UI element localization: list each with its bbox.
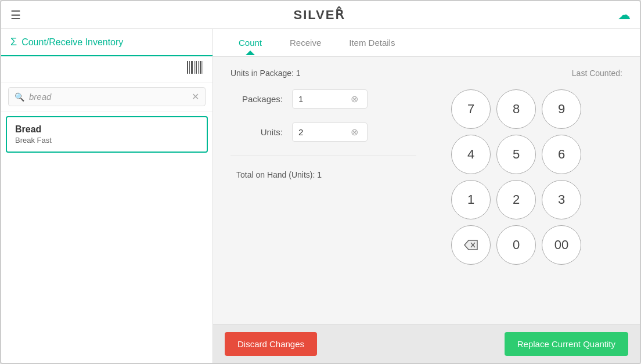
svg-rect-1 [189, 61, 190, 74]
content-area: Units in Package: 1 Last Counted: Packag… [213, 57, 640, 325]
numpad: 7 8 9 4 5 6 1 2 3 [451, 89, 581, 265]
svg-rect-0 [187, 61, 188, 74]
tab-item-details[interactable]: Item Details [335, 31, 409, 55]
cloud-icon: ☁ [618, 8, 631, 23]
numpad-3[interactable]: 3 [542, 180, 581, 219]
item-name: Bread [15, 124, 199, 135]
left-panel: Σ Count/Receive Inventory [1, 29, 213, 363]
menu-icon[interactable]: ☰ [10, 8, 21, 22]
numpad-8[interactable]: 8 [496, 89, 536, 129]
content-header: Units in Package: 1 Last Counted: [231, 69, 622, 78]
search-area: 🔍 ✕ [1, 82, 213, 111]
svg-rect-4 [196, 61, 197, 74]
barcode-icon[interactable] [187, 61, 203, 77]
form-fields: Packages: ⊗ Units: ⊗ [231, 89, 416, 179]
svg-rect-6 [200, 61, 201, 74]
topbar: ☰ SILVER̂ ☁ [1, 1, 640, 29]
packages-label: Packages: [231, 94, 283, 104]
numpad-backspace[interactable] [451, 225, 491, 265]
numpad-0[interactable]: 0 [496, 225, 536, 265]
bottom-bar: Discard Changes Replace Current Quantity [213, 325, 640, 363]
total-on-hand: Total on Hand (Units): 1 [231, 170, 416, 179]
svg-rect-3 [194, 61, 195, 74]
search-icon: 🔍 [15, 92, 24, 102]
packages-input-wrap: ⊗ [292, 89, 368, 109]
units-input[interactable] [298, 127, 351, 137]
packages-input[interactable] [298, 94, 351, 104]
last-counted: Last Counted: [572, 69, 622, 78]
left-panel-header: Σ Count/Receive Inventory [1, 29, 213, 56]
numpad-5[interactable]: 5 [496, 135, 536, 174]
units-input-wrap: ⊗ [292, 122, 368, 142]
numpad-00[interactable]: 00 [542, 225, 581, 265]
search-box: 🔍 ✕ [8, 87, 206, 106]
left-panel-title: Count/Receive Inventory [21, 37, 123, 48]
barcode-area[interactable] [1, 56, 213, 82]
item-subtitle: Break Fast [15, 136, 199, 145]
numpad-2[interactable]: 2 [496, 180, 536, 219]
list-item[interactable]: Bread Break Fast [6, 116, 208, 153]
svg-rect-7 [203, 61, 203, 74]
app-title: SILVER̂ [294, 8, 345, 23]
svg-rect-5 [198, 61, 199, 74]
packages-row: Packages: ⊗ [231, 89, 416, 109]
search-clear-icon[interactable]: ✕ [192, 91, 199, 102]
svg-rect-2 [191, 61, 193, 74]
numpad-9[interactable]: 9 [542, 89, 581, 129]
discard-changes-button[interactable]: Discard Changes [225, 332, 317, 356]
units-in-package: Units in Package: 1 [231, 69, 301, 78]
form-grid: Packages: ⊗ Units: ⊗ [231, 89, 622, 265]
tab-count[interactable]: Count [225, 31, 276, 55]
units-row: Units: ⊗ [231, 122, 416, 142]
units-label: Units: [231, 127, 283, 137]
right-panel: Count Receive Item Details Units in Pack… [213, 29, 640, 363]
packages-clear-icon[interactable]: ⊗ [351, 93, 358, 104]
search-input[interactable] [29, 92, 192, 102]
numpad-6[interactable]: 6 [542, 135, 581, 174]
numpad-7[interactable]: 7 [451, 89, 491, 129]
numpad-1[interactable]: 1 [451, 180, 491, 219]
main-screen: ☰ SILVER̂ ☁ Σ Count/Receive Inventory [0, 0, 641, 364]
units-clear-icon[interactable]: ⊗ [351, 127, 358, 138]
main-layout: Σ Count/Receive Inventory [1, 29, 640, 363]
sigma-icon: Σ [10, 36, 17, 48]
numpad-4[interactable]: 4 [451, 135, 491, 174]
tabs-bar: Count Receive Item Details [213, 29, 640, 57]
replace-quantity-button[interactable]: Replace Current Quantity [505, 332, 628, 356]
tab-receive[interactable]: Receive [276, 31, 335, 55]
form-divider [231, 156, 416, 156]
item-list: Bread Break Fast [1, 111, 213, 363]
